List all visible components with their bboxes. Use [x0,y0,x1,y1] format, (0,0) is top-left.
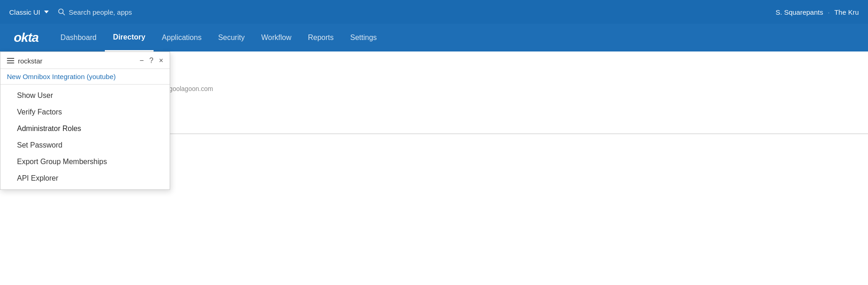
kru-label[interactable]: The Kru [834,8,859,16]
api-explorer-label: API Explorer [17,174,58,182]
minimize-button[interactable]: − [139,57,143,65]
user-name-label[interactable]: S. Squarepants [776,8,823,16]
content-area: Larry Lobster larry@goolagoon.com, email… [0,51,868,285]
nav-item-workflow[interactable]: Workflow [253,24,300,51]
dropdown-header: rockstar − ? × [0,52,170,69]
nav-item-security[interactable]: Security [210,24,253,51]
menu-item-administrator-roles[interactable]: Administrator Roles [0,120,170,137]
nav-item-directory[interactable]: Directory [105,24,154,51]
nav-item-applications[interactable]: Applications [154,24,210,51]
separator: · [828,8,829,16]
search-placeholder: Search people, apps [69,8,132,16]
menu-item-api-explorer[interactable]: API Explorer [0,170,170,187]
menu-item-export-group-memberships[interactable]: Export Group Memberships [0,154,170,170]
dropdown-menu: rockstar − ? × New Omnibox Integration (… [0,51,170,190]
hamburger-icon[interactable] [7,58,14,63]
top-bar-right: S. Squarepants · The Kru [776,8,859,16]
search-bar[interactable]: Search people, apps [58,8,132,16]
top-bar-left: Classic UI Search people, apps [9,8,132,16]
dropdown-title-row: rockstar [7,57,42,65]
nav-item-settings[interactable]: Settings [342,24,385,51]
classic-ui-dropdown-icon [44,11,49,13]
help-button[interactable]: ? [149,57,154,65]
nav-bar: okta Dashboard Directory Applications Se… [0,24,868,51]
set-password-label: Set Password [17,141,63,149]
show-user-label: Show User [17,91,53,100]
verify-factors-label: Verify Factors [17,108,62,116]
nav-items: Dashboard Directory Applications Securit… [52,24,385,51]
administrator-roles-label: Administrator Roles [17,125,81,133]
nav-item-reports[interactable]: Reports [300,24,342,51]
classic-ui-button[interactable]: Classic UI [9,8,49,16]
export-group-memberships-label: Export Group Memberships [17,158,107,166]
top-bar: Classic UI Search people, apps S. Square… [0,0,868,24]
menu-item-show-user[interactable]: Show User [0,87,170,104]
menu-items-list: Show User Verify Factors Administrator R… [0,85,170,189]
omnibox-integration-link[interactable]: New Omnibox Integration (youtube) [0,69,170,85]
classic-ui-label: Classic UI [9,8,40,16]
svg-line-1 [63,13,64,15]
nav-item-dashboard[interactable]: Dashboard [52,24,105,51]
close-button[interactable]: × [159,57,163,65]
okta-logo: okta [14,30,39,45]
dropdown-app-name: rockstar [18,57,42,65]
menu-item-verify-factors[interactable]: Verify Factors [0,104,170,120]
dropdown-header-icons: − ? × [139,57,163,65]
search-icon [58,8,65,16]
menu-item-set-password[interactable]: Set Password [0,137,170,154]
